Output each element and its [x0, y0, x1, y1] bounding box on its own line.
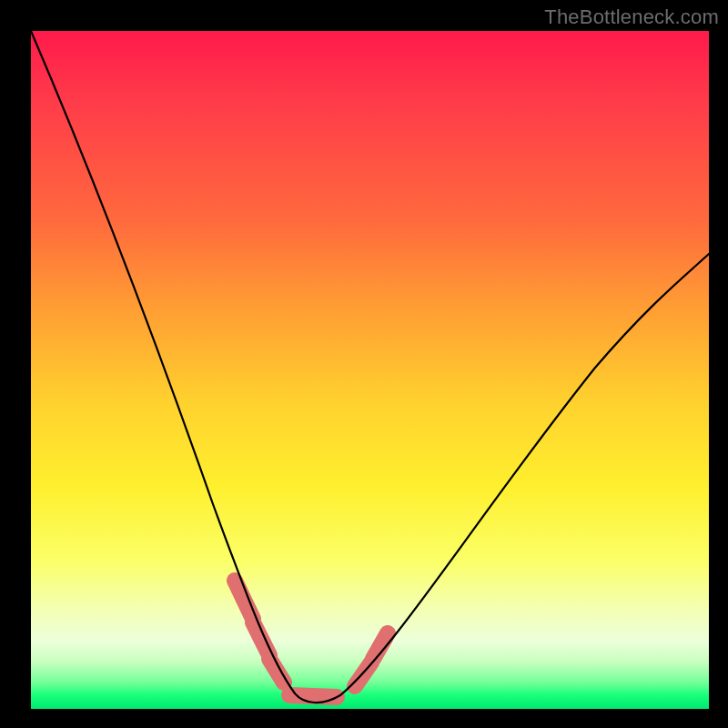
- chart-stage: TheBottleneck.com: [0, 0, 728, 728]
- left-descent-markers: [235, 581, 284, 682]
- bottleneck-curve: [31, 31, 709, 703]
- curve-layer: [31, 31, 709, 709]
- attribution-text: TheBottleneck.com: [544, 5, 719, 29]
- right-ascent-markers: [355, 633, 388, 686]
- plot-area: [31, 31, 709, 709]
